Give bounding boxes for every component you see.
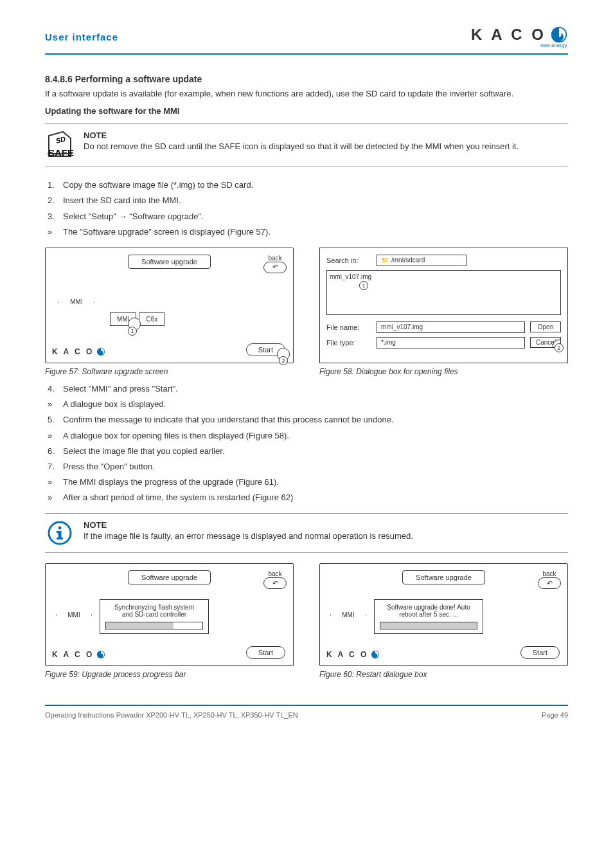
step-text: Confirm the message to indicate that you… [63, 415, 394, 424]
mmi-hex: MMI [58, 287, 94, 318]
footer-right: Page 49 [542, 711, 568, 719]
swirl-icon [96, 347, 105, 356]
figure-60-screen: Software upgrade back ↶ MMI Software upg… [319, 563, 568, 666]
heading-numbered: 8.4.8.6 Performing a software update [45, 74, 568, 84]
callout-2: 2 [279, 356, 288, 365]
svg-point-6 [58, 527, 62, 530]
callout-2: 2 [555, 343, 564, 352]
start-button[interactable]: Start [246, 343, 285, 356]
step-marker: 4. [48, 383, 60, 395]
step-marker: » [48, 430, 60, 442]
swirl-icon [371, 650, 380, 659]
start-button[interactable]: Start [520, 646, 560, 659]
c6x-option[interactable]: C6x [139, 312, 164, 326]
screen-title-tab: Software upgrade [128, 255, 211, 269]
progress-bar [380, 622, 477, 629]
note-heading: NOTE [84, 131, 568, 140]
figure-59-caption: Figure 59: Upgrade process progress bar [45, 670, 294, 679]
page-footer: Operating Instructions Powador XP200-HV … [45, 705, 568, 719]
folder-icon: 📁 [381, 257, 389, 264]
step-marker: » [48, 492, 60, 503]
screen-title-tab: Software upgrade [402, 570, 485, 584]
note-body: Do not remove the SD card until the SAFE… [84, 141, 568, 151]
figure-60-caption: Figure 60: Restart dialogue box [319, 670, 568, 679]
file-name-field[interactable]: mmi_v107.img [377, 321, 525, 333]
screen-title-tab: Software upgrade [128, 570, 211, 584]
step-marker: 7. [48, 461, 60, 473]
mmi-option[interactable]: MMI [110, 312, 136, 326]
info-icon [45, 520, 75, 546]
intro-text: If a software update is available (for e… [45, 88, 568, 100]
step-text: Insert the SD card into the MMI. [63, 195, 181, 205]
note-block: SD SAFE NOTE Do not remove the SD card u… [45, 123, 568, 167]
step-text: A dialogue box for opening files is then… [63, 431, 289, 440]
note-block: NOTE If the image file is faulty, an err… [45, 513, 568, 553]
back-button[interactable]: back ↶ [263, 255, 287, 273]
sd-safe-icon: SD SAFE [45, 131, 75, 160]
file-list[interactable]: mmi_v107.img 1 [326, 270, 561, 315]
back-button[interactable]: back ↶ [538, 570, 561, 589]
file-type-label: File type: [326, 339, 371, 347]
footer-left: Operating Instructions Powador XP200-HV … [45, 711, 298, 719]
svg-rect-8 [57, 531, 61, 533]
svg-rect-9 [57, 538, 63, 539]
step-text: The "Software upgrade" screen is display… [63, 227, 271, 237]
note-heading: NOTE [84, 520, 568, 530]
step-text: Select "Setup" → "Software upgrade". [63, 212, 204, 221]
kaco-logo: K A C O [52, 650, 105, 659]
progress-box: Software upgrade done! Auto reboot after… [374, 599, 483, 634]
svg-text:SD: SD [55, 135, 67, 145]
back-arrow-icon: ↶ [272, 579, 278, 588]
start-button[interactable]: Start [246, 646, 285, 659]
swirl-icon [96, 650, 105, 659]
step-text: A dialogue box is displayed. [63, 399, 166, 409]
steps-list-2: 4.Select "MMI" and press "Start". »A dia… [45, 381, 568, 506]
mmi-hex: MMI [330, 599, 366, 630]
callout-1: 1 [359, 281, 368, 290]
progress-bar [105, 622, 203, 629]
step-text: Press the "Open" button. [63, 462, 155, 471]
step-text: The MMI displays the progress of the upg… [63, 477, 279, 487]
step-marker: 1. [48, 179, 60, 191]
figure-57-screen: Software upgrade back ↶ MMI MMI C6x 1 K … [45, 248, 294, 363]
section-title: User interface [45, 32, 118, 42]
file-name-label: File name: [326, 323, 371, 331]
brand-logo: K A C O new energy. [471, 26, 568, 48]
back-button[interactable]: back ↶ [263, 570, 287, 589]
step-text: Select "MMI" and press "Start". [63, 384, 178, 393]
figure-57-caption: Figure 57: Software upgrade screen [45, 367, 294, 376]
kaco-logo: K A C O [52, 347, 105, 356]
figure-59-screen: Software upgrade back ↶ MMI Synchronyzin… [45, 563, 294, 666]
logo-subtitle: new energy. [540, 42, 568, 48]
back-arrow-icon: ↶ [272, 263, 278, 271]
search-in-field[interactable]: 📁 /mnt/sdcard [377, 255, 466, 266]
step-marker: » [48, 476, 60, 488]
sub-heading: Updating the software for the MMI [45, 106, 568, 116]
step-marker: 2. [48, 195, 60, 206]
step-marker: » [48, 226, 60, 238]
swirl-icon [550, 26, 568, 44]
file-type-field[interactable]: *.img [377, 337, 525, 348]
logo-text: K A C O [471, 26, 546, 44]
step-text: Select the image file that you copied ea… [63, 446, 224, 456]
progress-box: Synchronyzing flash system and SD-card c… [100, 599, 209, 634]
back-arrow-icon: ↶ [547, 579, 553, 588]
step-text: Copy the software image file (*.img) to … [63, 180, 253, 190]
figure-58-dialog: Search in: 📁 /mnt/sdcard mmi_v107.img 1 … [319, 248, 568, 363]
figure-58-caption: Figure 58: Dialogue box for opening file… [319, 367, 568, 376]
list-item[interactable]: mmi_v107.img [330, 273, 371, 280]
open-button[interactable]: Open [530, 321, 561, 332]
callout-1: 1 [128, 327, 137, 336]
step-marker: 6. [48, 446, 60, 457]
svg-text:SAFE: SAFE [48, 147, 74, 158]
step-text: After a short period of time, the system… [63, 493, 293, 502]
search-in-label: Search in: [326, 257, 371, 264]
step-marker: » [48, 399, 60, 410]
mmi-hex: MMI [56, 599, 92, 630]
step-marker: 3. [48, 211, 60, 222]
step-marker: 5. [48, 414, 60, 426]
steps-list-1: 1.Copy the software image file (*.img) t… [45, 177, 568, 240]
note-body: If the image file is faulty, an error me… [84, 531, 568, 541]
kaco-logo: K A C O [326, 650, 380, 659]
page-header: User interface K A C O new energy. [45, 26, 568, 55]
